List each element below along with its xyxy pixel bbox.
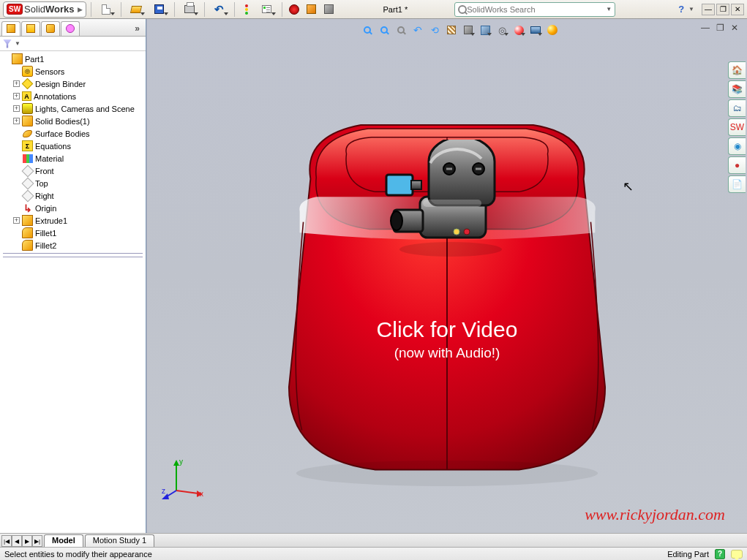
rotate-icon: ⟲ [431, 25, 439, 36]
custom-properties-icon[interactable]: ● [728, 156, 746, 174]
tree-item-lights[interactable]: +Lights, Cameras and Scene [12, 102, 144, 115]
print-icon [184, 5, 195, 13]
status-help-icon[interactable]: ? [715, 549, 725, 559]
tree-item-binder[interactable]: +Design Binder [12, 77, 144, 90]
file-explorer-icon[interactable]: 🗂 [728, 99, 746, 117]
view-palette-icon[interactable]: SW [728, 118, 746, 136]
view-triad[interactable]: y x z [160, 455, 207, 504]
document-title: Part1 * [383, 5, 408, 14]
tree-item-fillet[interactable]: Fillet2 [12, 239, 144, 251]
resources-icon[interactable]: 📄 [728, 175, 746, 193]
hide-show-button[interactable]: ◎ [494, 23, 510, 37]
panel-collapse-chevron-icon[interactable]: » [135, 23, 140, 34]
tab-nav-last[interactable]: ▶| [32, 535, 42, 547]
tree-item-extrude[interactable]: +Extrude1 [12, 214, 144, 227]
overlay-line2: (now with Audio!) [377, 345, 518, 361]
tree-item-plane[interactable]: Right [12, 189, 144, 202]
tree-item-fillet[interactable]: Fillet1 [12, 227, 144, 239]
tree-item-origin[interactable]: ↳Origin [12, 202, 144, 214]
dimxpert-manager-tab[interactable] [61, 21, 80, 36]
tree-item-label: Fillet2 [35, 241, 56, 250]
graphics-viewport[interactable]: ↶ ⟲ ◎ — ❐ ✕ [146, 19, 747, 533]
zoom-previous-button[interactable] [393, 23, 409, 37]
tree-root[interactable]: Part1 [1, 53, 144, 65]
tree-filter-bar[interactable]: ▼ [0, 37, 146, 51]
appearances-icon[interactable]: ◉ [728, 137, 746, 155]
tree-item-plane[interactable]: Front [12, 164, 144, 177]
tree-split-handle[interactable] [3, 253, 143, 257]
svg-point-12 [464, 229, 470, 235]
zoom-area-button[interactable] [376, 23, 392, 37]
tab-motion-study[interactable]: Motion Study 1 [85, 534, 154, 547]
render-gold-icon [547, 25, 558, 35]
status-message: Select entities to modify their appearan… [4, 550, 152, 559]
design-library-icon[interactable]: 📚 [728, 80, 746, 98]
video-overlay-text[interactable]: Click for Video (now with Audio!) [377, 317, 518, 361]
svg-rect-10 [411, 181, 421, 189]
resources-button[interactable] [304, 2, 319, 17]
tree-item-sensor[interactable]: ◎Sensors [12, 65, 144, 77]
property-manager-tab[interactable] [21, 21, 40, 36]
assembly-button[interactable] [322, 2, 337, 17]
tree-item-solid[interactable]: +Solid Bodies(1) [12, 115, 144, 127]
zoom-fit-button[interactable] [359, 23, 375, 37]
display-style-button[interactable] [477, 23, 493, 37]
view-orientation-button[interactable] [460, 23, 476, 37]
tree-item-plane[interactable]: Top [12, 177, 144, 189]
options-icon [262, 5, 271, 13]
bottom-tab-bar: |◀ ◀ ▶ ▶| Model Motion Study 1 [0, 533, 747, 547]
doc-restore-button[interactable]: ❐ [713, 22, 727, 34]
undo-button[interactable]: ↶ [209, 2, 230, 17]
render-button[interactable] [544, 23, 560, 37]
save-icon [154, 4, 164, 14]
status-bar: Select entities to modify their appearan… [0, 547, 747, 560]
app-logo-menu[interactable]: SW SolidWorks ▶ [3, 1, 86, 18]
assembly-icon [324, 4, 334, 14]
tree-item-label: Lights, Cameras and Scene [35, 105, 135, 113]
open-button[interactable] [126, 2, 146, 17]
rebuild-traffic-icon [245, 4, 248, 15]
search-input[interactable] [467, 5, 606, 14]
apply-scene-button[interactable] [528, 23, 544, 37]
configuration-manager-tab[interactable] [41, 21, 60, 36]
save-button[interactable] [149, 2, 170, 17]
doc-minimize-button[interactable]: — [699, 22, 712, 34]
tab-nav-first[interactable]: |◀ [1, 535, 12, 547]
app-badge: SW [7, 4, 23, 15]
zoom-dynamic-button[interactable]: ↶ [410, 23, 426, 37]
section-view-button[interactable] [443, 23, 459, 37]
minimize-button[interactable]: — [702, 4, 715, 15]
video-camera-icon[interactable] [378, 140, 517, 258]
help-button[interactable]: ? [678, 4, 684, 15]
print-button[interactable] [179, 2, 200, 17]
edit-appearance-button[interactable] [511, 23, 527, 37]
home-icon-glyph: 🏠 [732, 65, 743, 75]
doc-close-button[interactable]: ✕ [728, 22, 741, 34]
custom-properties-icon-glyph: ● [735, 160, 740, 170]
tree-item-mat[interactable]: Material [12, 152, 144, 164]
tree-item-label: Right [35, 192, 54, 200]
options-button[interactable] [257, 2, 277, 17]
maximize-button[interactable]: ❐ [716, 4, 729, 15]
tab-nav-prev[interactable]: ◀ [12, 535, 22, 547]
tree-item-surf[interactable]: Surface Bodies [12, 127, 144, 140]
rotate-view-button[interactable]: ⟲ [427, 23, 443, 37]
tree-item-ann[interactable]: +AAnnotations [12, 90, 144, 102]
status-balloon-icon[interactable] [731, 550, 743, 559]
rebuild-button[interactable] [239, 2, 254, 17]
close-button[interactable]: ✕ [731, 4, 744, 15]
tree-item-eq[interactable]: ΣEquations [12, 140, 144, 152]
new-button[interactable] [96, 2, 116, 17]
search-box[interactable]: ▼ [454, 2, 615, 17]
tab-model[interactable]: Model [44, 534, 83, 547]
feature-tree-icon [7, 24, 15, 33]
svg-text:z: z [162, 487, 165, 495]
tree-item-label: Fillet1 [35, 229, 56, 238]
home-icon[interactable]: 🏠 [728, 61, 746, 79]
svg-marker-15 [173, 460, 179, 466]
web-button[interactable] [287, 2, 301, 17]
tab-nav-next[interactable]: ▶ [22, 535, 32, 547]
tree-item-label: Design Binder [35, 80, 86, 88]
svg-point-1 [399, 242, 502, 257]
feature-manager-tab[interactable] [1, 21, 20, 36]
